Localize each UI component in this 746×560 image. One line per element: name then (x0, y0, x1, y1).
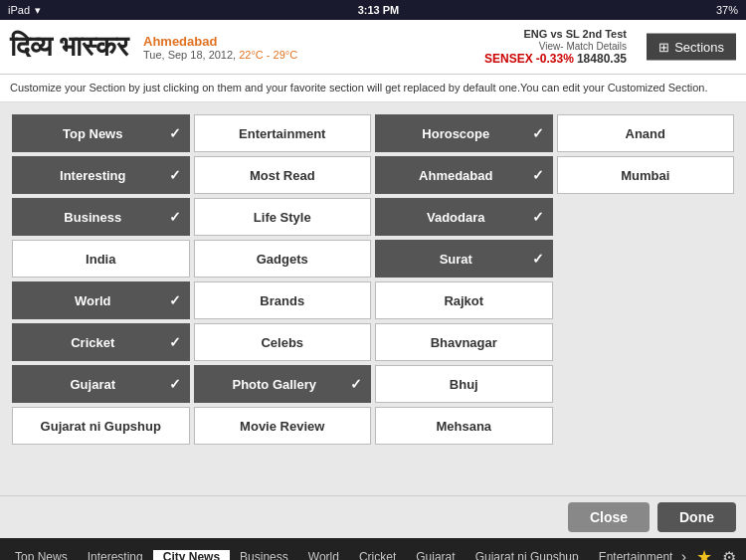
sections-grid: Top News✓EntertainmentHoroscope✓AnandInt… (0, 102, 746, 495)
section-label: Cricket (21, 335, 165, 350)
section-label: Bhuj (384, 377, 544, 392)
section-label: Mehsana (384, 419, 544, 434)
section-cell[interactable]: Mumbai (557, 156, 735, 194)
nav-item-interesting[interactable]: Interesting (78, 550, 153, 560)
done-button[interactable]: Done (657, 502, 736, 532)
section-cell[interactable]: Horoscope✓ (375, 114, 553, 152)
sections-button[interactable]: ⊞ Sections (647, 34, 736, 61)
check-icon: ✓ (532, 167, 544, 183)
section-label: Vadodara (384, 210, 528, 225)
section-cell[interactable]: Rajkot (375, 281, 553, 319)
section-label: Celebs (203, 335, 363, 350)
nav-item-business[interactable]: Business (230, 550, 298, 560)
app-logo: दिव्य भास्कर (10, 31, 128, 64)
section-cell[interactable]: Interesting✓ (12, 156, 190, 194)
ticker: ENG vs SL 2nd Test View- Match Details S… (484, 28, 627, 66)
section-label: Entertainment (203, 126, 363, 141)
section-cell[interactable]: World✓ (12, 281, 190, 319)
section-cell[interactable]: Photo Gallery✓ (194, 365, 372, 403)
nav-item-top-news[interactable]: Top News (5, 550, 78, 560)
section-cell[interactable]: India (12, 240, 190, 278)
section-label: World (21, 293, 165, 308)
status-time: 3:13 PM (358, 4, 400, 16)
section-label: Gadgets (203, 252, 363, 267)
section-cell[interactable]: Brands (194, 281, 372, 319)
close-button[interactable]: Close (568, 502, 650, 532)
section-cell[interactable]: Gujarat ni Gupshup (12, 407, 190, 445)
battery-status: 37% (716, 4, 738, 16)
status-bar: iPad ▾ 3:13 PM 37% (0, 0, 746, 20)
check-icon: ✓ (169, 125, 181, 141)
nav-item-city-news[interactable]: City News (153, 550, 230, 560)
info-text: Customize your Section by just clicking … (10, 82, 708, 93)
section-label: Life Style (203, 210, 363, 225)
section-cell[interactable]: Bhuj (375, 365, 553, 403)
empty-cell (557, 240, 735, 278)
section-cell[interactable]: Gujarat✓ (12, 365, 190, 403)
check-icon: ✓ (169, 167, 181, 183)
section-label: Gujarat ni Gupshup (21, 419, 181, 434)
check-icon: ✓ (350, 376, 362, 392)
match-link[interactable]: View- Match Details (539, 41, 627, 52)
check-icon: ✓ (169, 334, 181, 350)
section-cell[interactable]: Vadodara✓ (375, 198, 553, 236)
section-label: Photo Gallery (203, 377, 347, 392)
bottom-buttons: Close Done (0, 495, 746, 538)
section-cell[interactable]: Movie Review (194, 407, 372, 445)
grid-icon: ⊞ (658, 40, 669, 55)
info-bar: Customize your Section by just clicking … (0, 75, 746, 102)
section-label: Business (21, 210, 165, 225)
bottom-nav: Top NewsInterestingCity NewsBusinessWorl… (0, 538, 746, 560)
section-label: Surat (384, 252, 528, 267)
header: दिव्य भास्कर Ahmedabad Tue, Sep 18, 2012… (0, 20, 746, 75)
match-title[interactable]: ENG vs SL 2nd Test (523, 28, 627, 40)
nav-star-icon[interactable]: ★ (691, 546, 717, 560)
nav-item-world[interactable]: World (298, 550, 349, 560)
check-icon: ✓ (532, 251, 544, 267)
nav-item-gujarat-ni-gupshup[interactable]: Gujarat ni Gupshup (466, 550, 589, 560)
section-label: Gujarat (21, 377, 165, 392)
section-label: Interesting (21, 168, 165, 183)
section-cell[interactable]: Business✓ (12, 198, 190, 236)
location-block: Ahmedabad Tue, Sep 18, 2012, 22°C - 29°C (143, 34, 297, 61)
check-icon: ✓ (169, 292, 181, 308)
header-date: Tue, Sep 18, 2012, 22°C - 29°C (143, 49, 297, 61)
sensex-change: -0.33% (536, 52, 574, 66)
check-icon: ✓ (169, 209, 181, 225)
section-cell[interactable]: Mehsana (375, 407, 553, 445)
nav-item-entertainment[interactable]: Entertainment (589, 550, 676, 560)
nav-gear-icon[interactable]: ⚙ (717, 548, 741, 560)
section-cell[interactable]: Bhavnagar (375, 323, 553, 361)
sensex-value: 18480.35 (577, 52, 627, 66)
section-label: Movie Review (203, 419, 363, 434)
sections-table: Top News✓EntertainmentHoroscope✓AnandInt… (8, 110, 738, 449)
nav-items: Top NewsInterestingCity NewsBusinessWorl… (5, 550, 676, 560)
nav-item-gujarat[interactable]: Gujarat (406, 550, 465, 560)
section-cell[interactable]: Gadgets (194, 240, 372, 278)
section-label: Rajkot (384, 293, 544, 308)
section-label: Most Read (203, 168, 363, 183)
section-cell[interactable]: Entertainment (194, 114, 372, 152)
nav-item-cricket[interactable]: Cricket (349, 550, 406, 560)
section-label: Anand (566, 126, 726, 141)
section-cell[interactable]: Top News✓ (12, 114, 190, 152)
nav-next-icon[interactable]: › (676, 548, 691, 560)
section-label: Mumbai (566, 168, 726, 183)
check-icon: ✓ (532, 125, 544, 141)
wifi-icon: ▾ (35, 4, 41, 17)
empty-cell (557, 281, 735, 319)
section-cell[interactable]: Anand (557, 114, 735, 152)
section-cell[interactable]: Most Read (194, 156, 372, 194)
empty-cell (557, 407, 735, 445)
section-cell[interactable]: Cricket✓ (12, 323, 190, 361)
section-cell[interactable]: Life Style (194, 198, 372, 236)
section-cell[interactable]: Celebs (194, 323, 372, 361)
section-cell[interactable]: Surat✓ (375, 240, 553, 278)
empty-cell (557, 365, 735, 403)
section-label: Ahmedabad (384, 168, 528, 183)
section-cell[interactable]: Ahmedabad✓ (375, 156, 553, 194)
section-label: Top News (21, 126, 165, 141)
status-ipad: iPad (8, 4, 30, 16)
section-label: Horoscope (384, 126, 528, 141)
city-name[interactable]: Ahmedabad (143, 34, 297, 49)
